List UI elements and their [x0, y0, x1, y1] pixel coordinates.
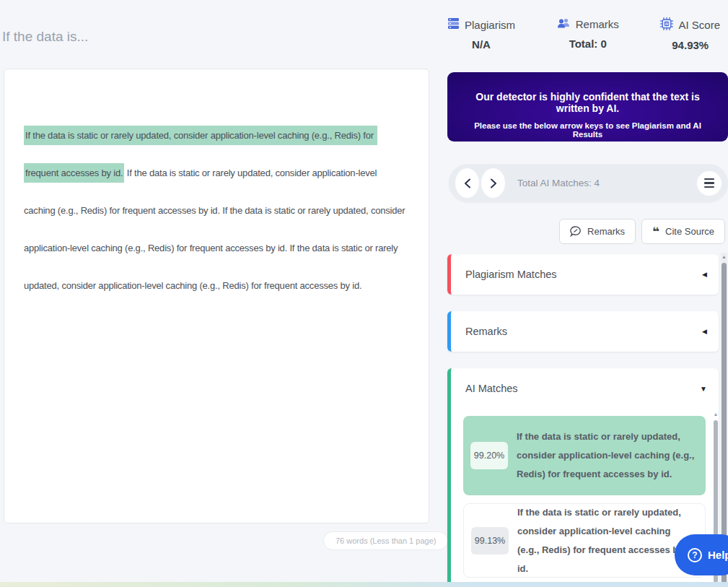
chevron-left-icon [464, 178, 471, 188]
word-count-badge: 76 words (Less than 1 page) [323, 531, 448, 550]
ai-match-text: If the data is static or rarely updated,… [517, 503, 695, 578]
ai-matches-title: AI Matches [465, 383, 518, 394]
svg-text:AI: AI [665, 22, 670, 26]
ai-match-item[interactable]: 99.13% If the data is static or rarely u… [463, 503, 706, 578]
match-navigation-bar: Total AI Matches: 4 [449, 164, 728, 202]
ai-chip-icon: AI [660, 17, 673, 32]
scroll-up-icon[interactable]: ▲ [721, 253, 727, 261]
bottom-edge-strip [0, 582, 728, 587]
prev-match-button[interactable] [455, 168, 479, 198]
ai-match-item-selected[interactable]: 99.20% If the data is static or rarely u… [463, 416, 706, 495]
document-text: If the data is static or rarely updated,… [24, 117, 407, 305]
scroll-up-icon[interactable]: ▲ [713, 410, 719, 419]
stat-value: 94.93% [672, 39, 709, 51]
matches-menu-button[interactable] [697, 171, 722, 196]
banner-subtext: Please use the below arrow keys to see P… [463, 121, 712, 139]
server-stack-icon [447, 17, 460, 32]
ai-match-score-badge: 99.13% [471, 527, 509, 555]
document-body-text: If the data is static or rarely updated,… [24, 168, 408, 291]
document-editor[interactable]: If the data is static or rarely updated,… [4, 69, 429, 523]
remarks-panel-title: Remarks [465, 326, 507, 337]
help-button-label: Help [708, 549, 728, 561]
next-match-button[interactable] [481, 168, 505, 198]
question-mark-icon: ? [688, 548, 702, 562]
expand-arrow-icon[interactable]: ▼ [700, 385, 707, 393]
chat-bubble-icon [570, 226, 582, 237]
stat-value: N/A [472, 38, 491, 51]
ai-confidence-banner: Our detector is highly confident that th… [447, 72, 728, 142]
quote-icon: ❝ [652, 226, 659, 238]
page-title: If the data is... [2, 29, 88, 45]
plagiarism-matches-panel[interactable]: Plagiarism Matches ◀ [447, 254, 719, 295]
remarks-button-label: Remarks [587, 226, 625, 237]
people-icon [557, 17, 571, 31]
stat-value: Total: 0 [569, 38, 607, 50]
stat-ai-score: AI AI Score 94.93% [660, 17, 720, 51]
remarks-panel[interactable]: Remarks ◀ [447, 311, 719, 352]
collapse-arrow-icon[interactable]: ◀ [702, 271, 707, 278]
help-button[interactable]: ? Help [675, 534, 728, 575]
stat-remarks: Remarks Total: 0 [557, 17, 619, 51]
ai-match-text: If the data is static or rarely updated,… [517, 427, 696, 484]
stat-plagiarism: Plagiarism N/A [447, 17, 515, 51]
hamburger-icon [704, 178, 714, 181]
cite-source-button-label: Cite Source [665, 226, 714, 237]
stats-row: Plagiarism N/A Remarks Total: 0 [447, 17, 720, 51]
banner-headline: Our detector is highly confident that th… [463, 91, 712, 114]
total-ai-matches-label: Total AI Matches: 4 [517, 178, 600, 188]
remarks-button[interactable]: Remarks [559, 219, 636, 244]
collapse-arrow-icon[interactable]: ◀ [702, 328, 707, 335]
cite-source-button[interactable]: ❝ Cite Source [641, 219, 725, 244]
stat-label: Remarks [576, 18, 619, 30]
chevron-right-icon [490, 178, 497, 188]
actions-row: Remarks ❝ Cite Source [447, 219, 725, 244]
stat-label: Plagiarism [465, 19, 515, 31]
plagiarism-matches-title: Plagiarism Matches [465, 269, 557, 280]
ai-match-score-badge: 99.20% [470, 442, 508, 469]
stat-label: AI Score [678, 19, 720, 31]
